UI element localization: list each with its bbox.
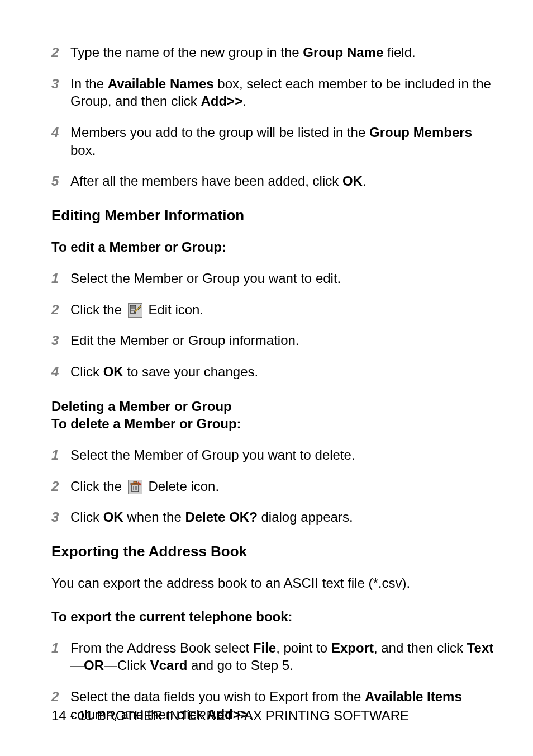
heading-exporting-address-book: Exporting the Address Book bbox=[51, 542, 494, 561]
step-number: 2 bbox=[51, 44, 70, 62]
list-item: 2 Click the Delete icon. bbox=[51, 478, 494, 495]
list-item: 1 Select the Member or Group you want to… bbox=[51, 270, 494, 287]
list-item: 2 Click the Edit icon. bbox=[51, 301, 494, 319]
step-list-delete: 1 Select the Member of Group you want to… bbox=[51, 446, 494, 526]
step-text: Click OK to save your changes. bbox=[70, 363, 494, 381]
step-text: In the Available Names box, select each … bbox=[70, 75, 494, 110]
step-text: Members you add to the group will be lis… bbox=[70, 124, 494, 159]
list-item: 1 Select the Member of Group you want to… bbox=[51, 446, 494, 464]
paragraph-export-description: You can export the address book to an AS… bbox=[51, 574, 494, 592]
step-text: Edit the Member or Group information. bbox=[70, 332, 494, 349]
list-item: 5 After all the members have been added,… bbox=[51, 172, 494, 190]
list-item: 1 From the Address Book select File, poi… bbox=[51, 639, 494, 674]
step-number: 1 bbox=[51, 270, 70, 287]
step-number: 1 bbox=[51, 639, 70, 657]
step-text: Select the Member or Group you want to e… bbox=[70, 270, 494, 287]
step-number: 3 bbox=[51, 332, 70, 349]
heading-to-delete: To delete a Member or Group: bbox=[51, 415, 494, 433]
heading-to-export: To export the current telephone book: bbox=[51, 608, 494, 626]
step-number: 3 bbox=[51, 508, 70, 526]
heading-to-edit: To edit a Member or Group: bbox=[51, 238, 494, 256]
step-number: 2 bbox=[51, 301, 70, 319]
step-text-pre: Click the bbox=[70, 302, 126, 317]
list-item: 4 Click OK to save your changes. bbox=[51, 363, 494, 381]
step-text-pre: Click the bbox=[70, 479, 126, 494]
svg-rect-9 bbox=[134, 481, 137, 483]
heading-editing-member-info: Editing Member Information bbox=[51, 206, 494, 225]
step-text: Click the Delete icon. bbox=[70, 478, 494, 495]
step-number: 1 bbox=[51, 446, 70, 464]
step-text: Click OK when the Delete OK? dialog appe… bbox=[70, 508, 494, 526]
step-text: After all the members have been added, c… bbox=[70, 172, 494, 190]
step-text-post: Edit icon. bbox=[148, 302, 203, 317]
step-text-post: Delete icon. bbox=[148, 479, 219, 494]
step-number: 4 bbox=[51, 124, 70, 141]
step-number: 3 bbox=[51, 75, 70, 93]
heading-deleting-member: Deleting a Member or Group bbox=[51, 398, 494, 415]
step-list-edit: 1 Select the Member or Group you want to… bbox=[51, 270, 494, 381]
step-number: 2 bbox=[51, 478, 70, 495]
page-footer: 14 - 11 BROTHER INTERNET FAX PRINTING SO… bbox=[51, 707, 409, 725]
svg-rect-8 bbox=[131, 483, 140, 485]
delete-icon bbox=[128, 480, 142, 494]
step-number: 5 bbox=[51, 172, 70, 190]
step-text: From the Address Book select File, point… bbox=[70, 639, 494, 674]
list-item: 2 Type the name of the new group in the … bbox=[51, 44, 494, 62]
list-item: 3 In the Available Names box, select eac… bbox=[51, 75, 494, 110]
list-item: 3 Edit the Member or Group information. bbox=[51, 332, 494, 349]
step-text: Select the Member of Group you want to d… bbox=[70, 446, 494, 464]
step-number: 4 bbox=[51, 363, 70, 381]
step-number: 2 bbox=[51, 688, 70, 706]
list-item: 3 Click OK when the Delete OK? dialog ap… bbox=[51, 508, 494, 526]
edit-icon bbox=[128, 303, 142, 318]
step-list-group-creation: 2 Type the name of the new group in the … bbox=[51, 44, 494, 190]
step-text: Click the Edit icon. bbox=[70, 301, 494, 319]
step-text: Type the name of the new group in the Gr… bbox=[70, 44, 494, 62]
list-item: 4 Members you add to the group will be l… bbox=[51, 124, 494, 159]
